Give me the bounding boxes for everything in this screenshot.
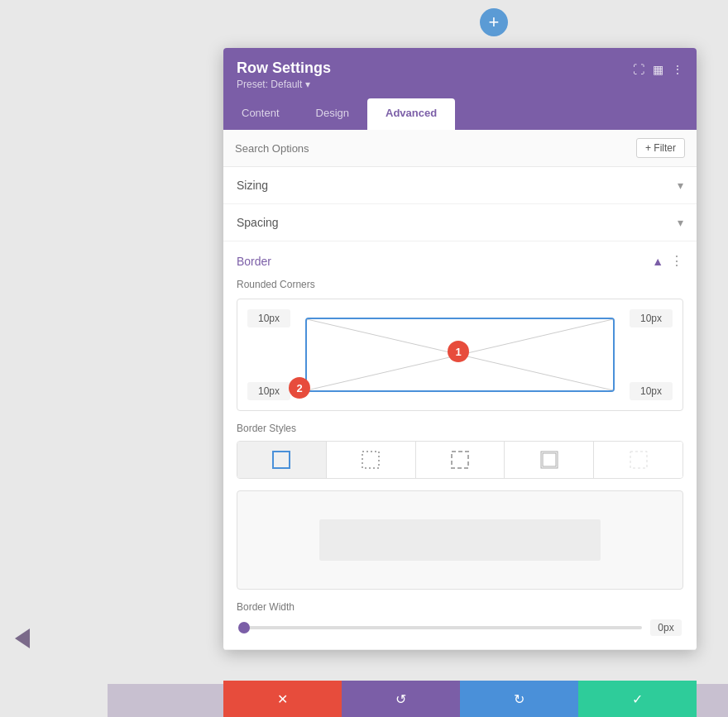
corner-bl-input[interactable] xyxy=(247,382,290,400)
filter-button[interactable]: + Filter xyxy=(636,138,685,158)
no-border-icon xyxy=(629,450,649,470)
columns-icon[interactable]: ▦ xyxy=(653,63,663,76)
tab-advanced[interactable]: Advanced xyxy=(367,98,455,130)
border-more-icon[interactable]: ⋮ xyxy=(670,253,683,269)
border-title: Border xyxy=(237,255,271,268)
badge-1: 1 xyxy=(448,341,469,362)
border-width-row: 0px xyxy=(237,619,683,636)
border-preview-inner xyxy=(319,519,601,561)
svg-rect-7 xyxy=(630,452,647,468)
style-dotted[interactable] xyxy=(327,442,416,478)
style-solid[interactable] xyxy=(237,442,327,478)
solid-border-icon xyxy=(271,450,291,470)
action-bar: ✕ ↺ ↻ ✓ xyxy=(223,681,697,717)
redo-button[interactable]: ↻ xyxy=(460,681,578,717)
svg-rect-6 xyxy=(543,453,556,466)
cancel-button[interactable]: ✕ xyxy=(223,681,342,717)
border-style-options xyxy=(237,441,683,479)
tabs-bar: Content Design Advanced xyxy=(223,98,697,130)
collapse-icon[interactable]: ▲ xyxy=(652,255,663,268)
spacing-chevron-icon: ▾ xyxy=(678,216,683,229)
modal-preset[interactable]: Preset: Default ▾ xyxy=(237,79,331,90)
search-bar: + Filter xyxy=(223,130,697,167)
svg-rect-3 xyxy=(362,452,379,468)
border-styles-label: Border Styles xyxy=(237,423,683,434)
panel-body: Sizing ▾ Spacing ▾ Border ▲ ⋮ Rounded Co… xyxy=(223,167,697,650)
search-input[interactable] xyxy=(235,142,636,155)
spacing-section[interactable]: Spacing ▾ xyxy=(223,204,697,241)
sizing-label: Sizing xyxy=(237,179,268,192)
dotted-border-icon xyxy=(361,450,381,470)
dashed-border-icon xyxy=(450,450,470,470)
style-double[interactable] xyxy=(505,442,594,478)
modal-title: Row Settings xyxy=(237,60,331,77)
badge-2: 2 xyxy=(289,377,310,399)
modal-header: Row Settings Preset: Default ▾ ⛶ ▦ ⋮ xyxy=(223,48,697,98)
svg-rect-4 xyxy=(452,452,468,468)
corner-tr-input[interactable] xyxy=(630,309,673,327)
border-width-slider[interactable] xyxy=(238,626,642,629)
add-button[interactable]: + xyxy=(480,8,508,36)
left-arrow-icon xyxy=(15,629,30,648)
more-options-icon[interactable]: ⋮ xyxy=(672,63,683,76)
border-preview-area xyxy=(237,490,683,590)
corner-br-input[interactable] xyxy=(630,382,673,400)
sizing-section[interactable]: Sizing ▾ xyxy=(223,167,697,204)
undo-button[interactable]: ↺ xyxy=(342,681,460,717)
border-section-header: Border ▲ ⋮ xyxy=(237,241,683,279)
modal-header-icons: ⛶ ▦ ⋮ xyxy=(633,63,683,76)
corner-tl-input[interactable] xyxy=(247,309,290,327)
fullscreen-icon[interactable]: ⛶ xyxy=(633,63,644,76)
tab-design[interactable]: Design xyxy=(298,98,367,130)
style-none[interactable] xyxy=(594,442,682,478)
double-border-icon xyxy=(539,450,559,470)
tab-content[interactable]: Content xyxy=(223,98,298,130)
modal-header-left: Row Settings Preset: Default ▾ xyxy=(237,60,331,90)
style-dashed[interactable] xyxy=(416,442,505,478)
rounded-corners-label: Rounded Corners xyxy=(237,279,683,290)
border-header-icons: ▲ ⋮ xyxy=(652,253,683,269)
border-width-label: Border Width xyxy=(237,601,683,613)
spacing-label: Spacing xyxy=(237,216,279,229)
confirm-button[interactable]: ✓ xyxy=(578,681,697,717)
border-width-value: 0px xyxy=(650,619,682,636)
svg-rect-5 xyxy=(541,452,558,468)
rounded-corners-grid: 🔗 1 2 xyxy=(237,299,683,411)
sizing-chevron-icon: ▾ xyxy=(678,179,683,192)
row-settings-modal: Row Settings Preset: Default ▾ ⛶ ▦ ⋮ Con… xyxy=(223,48,697,650)
corners-outer: 🔗 1 2 xyxy=(247,309,673,400)
border-section: Border ▲ ⋮ Rounded Corners xyxy=(223,241,697,650)
svg-rect-2 xyxy=(273,452,290,468)
